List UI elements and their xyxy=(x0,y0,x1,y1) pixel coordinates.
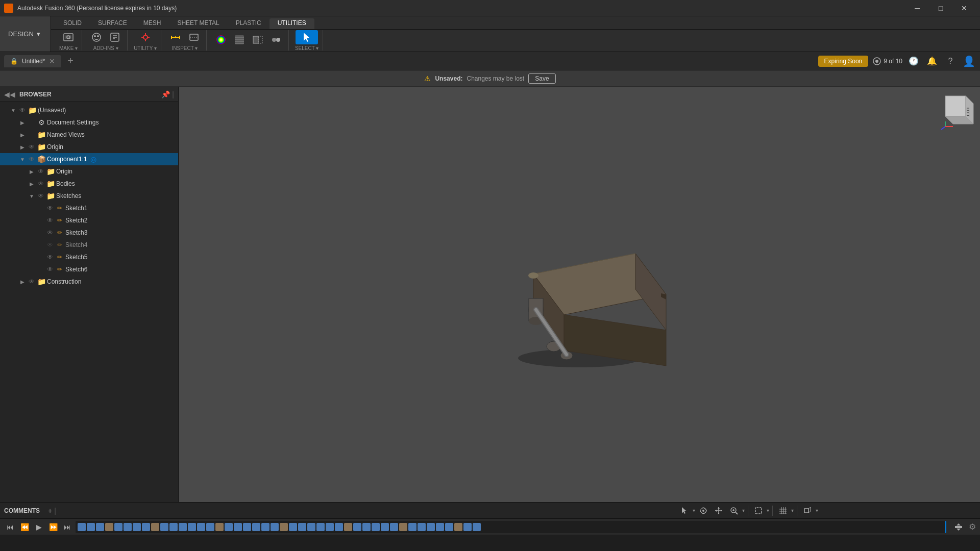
timeline-feature-15[interactable] xyxy=(206,523,214,531)
timeline-track[interactable] xyxy=(76,521,946,533)
visibility-icon[interactable]: 👁 xyxy=(18,107,27,114)
timeline-feature-43[interactable] xyxy=(463,523,472,531)
expand-icon[interactable]: ▶ xyxy=(28,169,36,174)
zoom-button[interactable] xyxy=(727,504,741,518)
clock-icon[interactable]: 🕐 xyxy=(906,54,921,68)
timeline-feature-6[interactable] xyxy=(124,523,132,531)
timeline-feature-4[interactable] xyxy=(105,523,113,531)
nav-cube[interactable]: LEFT xyxy=(935,91,976,132)
timeline-feature-24[interactable] xyxy=(289,523,297,531)
expand-icon[interactable]: ▶ xyxy=(28,181,36,187)
tree-item-sketch4[interactable]: 👁 ✏ Sketch4 xyxy=(0,239,178,251)
maximize-button[interactable]: □ xyxy=(929,0,952,16)
timeline-feature-16[interactable] xyxy=(215,523,224,531)
browser-collapse-button[interactable]: ◀◀ xyxy=(4,90,15,98)
tab-sheet-metal[interactable]: SHEET METAL xyxy=(169,18,227,29)
timeline-feature-36[interactable] xyxy=(399,523,407,531)
viewcube-button[interactable] xyxy=(800,504,815,518)
visibility-icon[interactable]: 👁 xyxy=(37,168,45,175)
timeline-feature-37[interactable] xyxy=(408,523,416,531)
design-button[interactable]: DESIGN ▾ xyxy=(0,16,51,52)
user-avatar[interactable]: 👤 xyxy=(962,54,976,68)
timeline-feature-12[interactable] xyxy=(179,523,187,531)
timeline-back-button[interactable]: ⏪ xyxy=(18,521,31,533)
color-button[interactable] xyxy=(213,33,229,47)
tree-item-construction[interactable]: ▶ 👁 📁 Construction xyxy=(0,276,178,288)
section-btn[interactable] xyxy=(186,30,202,44)
pan-button[interactable] xyxy=(712,504,726,518)
new-tab-button[interactable]: + xyxy=(67,55,74,67)
expand-icon[interactable]: ▶ xyxy=(18,144,27,150)
comments-add-icon[interactable]: + xyxy=(48,507,52,515)
visibility-icon[interactable]: 👁 xyxy=(28,156,36,163)
timeline-feature-21[interactable] xyxy=(261,523,270,531)
timeline-feature-23[interactable] xyxy=(280,523,288,531)
tree-item-sketch2[interactable]: 👁 ✏ Sketch2 xyxy=(0,214,178,227)
expand-icon[interactable]: ▼ xyxy=(18,157,27,162)
tab-solid[interactable]: SOLID xyxy=(55,18,90,29)
timeline-end-button[interactable]: ⏭ xyxy=(61,521,74,533)
timeline-feature-30[interactable] xyxy=(344,523,352,531)
timeline-feature-22[interactable] xyxy=(271,523,279,531)
timeline-settings-button[interactable]: ⚙ xyxy=(969,522,976,532)
timeline-feature-17[interactable] xyxy=(225,523,233,531)
visibility-icon[interactable]: 👁 xyxy=(46,241,54,248)
help-icon[interactable]: ? xyxy=(943,54,958,68)
timeline-feature-39[interactable] xyxy=(427,523,435,531)
tab-mesh[interactable]: MESH xyxy=(135,18,169,29)
timeline-feature-9[interactable] xyxy=(151,523,159,531)
timeline-feature-5[interactable] xyxy=(114,523,122,531)
expand-icon[interactable]: ▶ xyxy=(18,120,27,126)
timeline-feature-29[interactable] xyxy=(335,523,343,531)
timeline-forward-button[interactable]: ⏩ xyxy=(47,521,59,533)
display-dropdown-icon[interactable]: ▾ xyxy=(767,508,769,513)
timeline-feature-38[interactable] xyxy=(418,523,426,531)
visibility-icon[interactable]: 👁 xyxy=(46,229,54,236)
timeline-feature-10[interactable] xyxy=(160,523,168,531)
tree-item-unsaved[interactable]: ▼ 👁 📁 (Unsaved) xyxy=(0,104,178,116)
tree-item-origin2[interactable]: ▶ 👁 📁 Origin xyxy=(0,165,178,178)
select-button[interactable] xyxy=(296,30,318,44)
tree-item-sketch3[interactable]: 👁 ✏ Sketch3 xyxy=(0,227,178,239)
tree-item-origin1[interactable]: ▶ 👁 📁 Origin xyxy=(0,141,178,153)
zoom-dropdown-icon[interactable]: ▾ xyxy=(742,508,745,513)
addins-button[interactable] xyxy=(88,30,105,44)
notification-bell-icon[interactable]: 🔔 xyxy=(925,54,939,68)
make-button[interactable] xyxy=(60,30,77,44)
timeline-feature-33[interactable] xyxy=(372,523,380,531)
browser-pin-icon[interactable]: 📌 xyxy=(161,90,170,98)
visibility-icon[interactable]: 👁 xyxy=(28,278,36,285)
measure-button[interactable] xyxy=(167,30,184,44)
timeline-feature-25[interactable] xyxy=(298,523,306,531)
timeline-feature-42[interactable] xyxy=(454,523,462,531)
file-tab-close[interactable]: ✕ xyxy=(49,57,55,65)
timeline-feature-32[interactable] xyxy=(362,523,371,531)
timeline-back-start-button[interactable]: ⏮ xyxy=(4,521,16,533)
timeline-expand-button[interactable] xyxy=(950,521,967,533)
timeline-feature-27[interactable] xyxy=(316,523,325,531)
display-mode-button[interactable] xyxy=(751,504,766,518)
tree-item-namedviews[interactable]: ▶ 📁 Named Views xyxy=(0,129,178,141)
addins-scripts-button[interactable] xyxy=(107,30,123,44)
tree-item-sketch6[interactable]: 👁 ✏ Sketch6 xyxy=(0,263,178,276)
expand-icon[interactable]: ▼ xyxy=(9,108,17,113)
timeline-feature-1[interactable] xyxy=(78,523,86,531)
tree-item-sketch1[interactable]: 👁 ✏ Sketch1 xyxy=(0,202,178,214)
tab-surface[interactable]: SURFACE xyxy=(90,18,135,29)
viewcube-dropdown-icon[interactable]: ▾ xyxy=(816,508,818,513)
visibility-icon[interactable]: 👁 xyxy=(37,180,45,187)
timeline-feature-19[interactable] xyxy=(243,523,251,531)
tab-plastic[interactable]: PLASTIC xyxy=(228,18,270,29)
save-button[interactable]: Save xyxy=(528,73,555,84)
file-tab[interactable]: 🔒 Untitled* ✕ xyxy=(4,55,61,67)
timeline-feature-14[interactable] xyxy=(197,523,205,531)
timeline-feature-7[interactable] xyxy=(133,523,141,531)
timeline-feature-31[interactable] xyxy=(353,523,361,531)
close-button[interactable]: ✕ xyxy=(952,0,976,16)
expiring-soon-button[interactable]: Expiring Soon xyxy=(818,56,869,67)
utility-button[interactable] xyxy=(137,30,154,44)
cursor-tool-button[interactable] xyxy=(677,504,692,518)
timeline-feature-3[interactable] xyxy=(96,523,104,531)
tree-item-bodies[interactable]: ▶ 👁 📁 Bodies xyxy=(0,178,178,190)
grid-button[interactable] xyxy=(776,504,790,518)
